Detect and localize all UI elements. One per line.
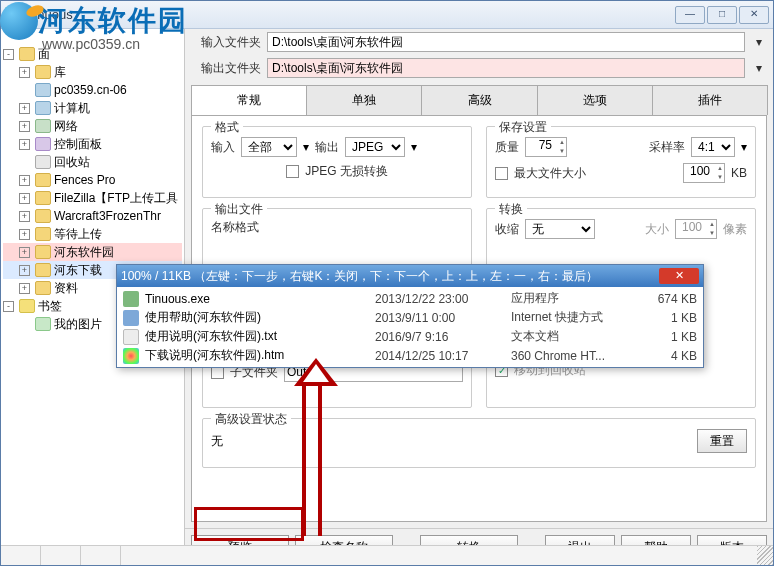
tree-item[interactable]: +控制面板 bbox=[3, 135, 182, 153]
tree-item-label: 资料 bbox=[54, 280, 78, 297]
folder-icon bbox=[35, 65, 51, 79]
output-folder-field[interactable] bbox=[267, 58, 745, 78]
file-type: Internet 快捷方式 bbox=[511, 309, 641, 326]
size-stepper: 100 bbox=[675, 219, 717, 239]
statusbar bbox=[1, 545, 773, 565]
file-size: 674 KB bbox=[647, 292, 697, 306]
tree-item-label: 我的图片 bbox=[54, 316, 102, 333]
file-row[interactable]: 使用帮助(河东软件园)2013/9/11 0:00Internet 快捷方式1 … bbox=[117, 308, 703, 327]
sample-label: 采样率 bbox=[649, 139, 685, 156]
expand-icon[interactable]: + bbox=[19, 121, 30, 132]
shrink-select[interactable]: 无 bbox=[525, 219, 595, 239]
tree-item-label: 书签 bbox=[38, 298, 62, 315]
file-date: 2016/9/7 9:16 bbox=[375, 330, 505, 344]
expand-icon[interactable]: + bbox=[19, 229, 30, 240]
close-button[interactable]: ✕ bbox=[739, 6, 769, 24]
tree-item-label: 河东下载 bbox=[54, 262, 102, 279]
expand-icon[interactable]: + bbox=[19, 175, 30, 186]
input-folder-dropdown-icon[interactable]: ▾ bbox=[751, 35, 767, 49]
format-group-title: 格式 bbox=[211, 119, 243, 136]
folder-icon bbox=[35, 245, 51, 259]
file-row[interactable]: 使用说明(河东软件园).txt2016/9/7 9:16文本文档1 KB bbox=[117, 327, 703, 346]
file-size: 1 KB bbox=[647, 330, 697, 344]
window-title: Tinuous bbox=[27, 7, 675, 22]
folder-icon bbox=[35, 209, 51, 223]
expand-icon[interactable]: + bbox=[19, 211, 30, 222]
expand-icon[interactable]: + bbox=[19, 265, 30, 276]
net-icon bbox=[35, 119, 51, 133]
tree-item[interactable]: +库 bbox=[3, 63, 182, 81]
reset-button[interactable]: 重置 bbox=[697, 429, 747, 453]
file-row[interactable]: Tinuous.exe2013/12/22 23:00应用程序674 KB bbox=[117, 289, 703, 308]
chevron-down-icon: ▾ bbox=[741, 140, 747, 154]
jpeg-lossless-checkbox[interactable] bbox=[286, 165, 299, 178]
jpeg-lossless-label: JPEG 无损转换 bbox=[305, 163, 388, 180]
file-row[interactable]: 下载说明(河东软件园).htm2014/12/25 10:17360 Chrom… bbox=[117, 346, 703, 365]
ctrl-icon bbox=[35, 137, 51, 151]
tree-item[interactable]: +网络 bbox=[3, 117, 182, 135]
tree-item[interactable]: -面 bbox=[3, 45, 182, 63]
output-folder-dropdown-icon[interactable]: ▾ bbox=[751, 61, 767, 75]
advstate-value: 无 bbox=[211, 433, 223, 450]
output-format-select[interactable]: JPEG bbox=[345, 137, 405, 157]
expand-icon[interactable]: + bbox=[19, 139, 30, 150]
input-format-select[interactable]: 全部 bbox=[241, 137, 297, 157]
folder-icon bbox=[35, 263, 51, 277]
tree-item[interactable]: +计算机 bbox=[3, 99, 182, 117]
popup-title: 100% / 11KB （左键：下一步，右键K：关闭，下：下一个，上：上，左：一… bbox=[121, 268, 659, 285]
size-label: 大小 bbox=[645, 221, 669, 238]
tree-item-label: 网络 bbox=[54, 118, 78, 135]
expand-icon[interactable]: + bbox=[19, 103, 30, 114]
exe-icon bbox=[123, 291, 139, 307]
htm-icon bbox=[123, 348, 139, 364]
file-type: 应用程序 bbox=[511, 290, 641, 307]
resize-grip-icon[interactable] bbox=[757, 546, 773, 565]
maxsize-checkbox[interactable] bbox=[495, 167, 508, 180]
tab-插件[interactable]: 插件 bbox=[652, 85, 768, 115]
shrink-label: 收缩 bbox=[495, 221, 519, 238]
tree-item-label: 库 bbox=[54, 64, 66, 81]
minimize-button[interactable]: — bbox=[675, 6, 705, 24]
lnk-icon bbox=[123, 310, 139, 326]
tree-item[interactable]: 回收站 bbox=[3, 153, 182, 171]
tree-item[interactable]: +Warcraft3FrozenThr bbox=[3, 207, 182, 225]
tab-高级[interactable]: 高级 bbox=[421, 85, 537, 115]
maximize-button[interactable]: □ bbox=[707, 6, 737, 24]
expand-icon[interactable]: - bbox=[3, 301, 14, 312]
expand-icon[interactable]: + bbox=[19, 67, 30, 78]
file-name: 使用帮助(河东软件园) bbox=[145, 309, 369, 326]
tree-item[interactable]: +FileZilla【FTP上传工具 bbox=[3, 189, 182, 207]
file-preview-popup: 100% / 11KB （左键：下一步，右键K：关闭，下：下一个，上：上，左：一… bbox=[116, 264, 704, 368]
file-name: 下载说明(河东软件园).htm bbox=[145, 347, 369, 364]
chevron-down-icon: ▾ bbox=[303, 140, 309, 154]
file-size: 1 KB bbox=[647, 311, 697, 325]
expand-icon[interactable]: - bbox=[3, 49, 14, 60]
tree-item[interactable]: pc0359.cn-06 bbox=[3, 81, 182, 99]
tree-item-label: Fences Pro bbox=[54, 173, 115, 187]
expand-icon[interactable]: + bbox=[19, 283, 30, 294]
sample-select[interactable]: 4:1 bbox=[691, 137, 735, 157]
tree-item[interactable]: +河东软件园 bbox=[3, 243, 182, 261]
popup-close-button[interactable]: ✕ bbox=[659, 268, 699, 284]
file-date: 2013/9/11 0:00 bbox=[375, 311, 505, 325]
file-name: 使用说明(河东软件园).txt bbox=[145, 328, 369, 345]
quality-stepper[interactable]: 75 bbox=[525, 137, 567, 157]
folder-icon bbox=[35, 173, 51, 187]
tab-单独[interactable]: 单独 bbox=[306, 85, 422, 115]
tab-选项[interactable]: 选项 bbox=[537, 85, 653, 115]
output-format-label: 输出 bbox=[315, 139, 339, 156]
input-format-label: 输入 bbox=[211, 139, 235, 156]
txt-icon bbox=[123, 329, 139, 345]
maxsize-stepper[interactable]: 100 bbox=[683, 163, 725, 183]
tree-item-label: 等待上传 bbox=[54, 226, 102, 243]
maxsize-unit: KB bbox=[731, 166, 747, 180]
titlebar: Tinuous — □ ✕ bbox=[1, 1, 773, 29]
tab-常规[interactable]: 常规 bbox=[191, 85, 307, 115]
star-icon bbox=[19, 299, 35, 313]
quality-label: 质量 bbox=[495, 139, 519, 156]
tree-item[interactable]: +等待上传 bbox=[3, 225, 182, 243]
input-folder-field[interactable] bbox=[267, 32, 745, 52]
expand-icon[interactable]: + bbox=[19, 193, 30, 204]
expand-icon[interactable]: + bbox=[19, 247, 30, 258]
tree-item[interactable]: +Fences Pro bbox=[3, 171, 182, 189]
